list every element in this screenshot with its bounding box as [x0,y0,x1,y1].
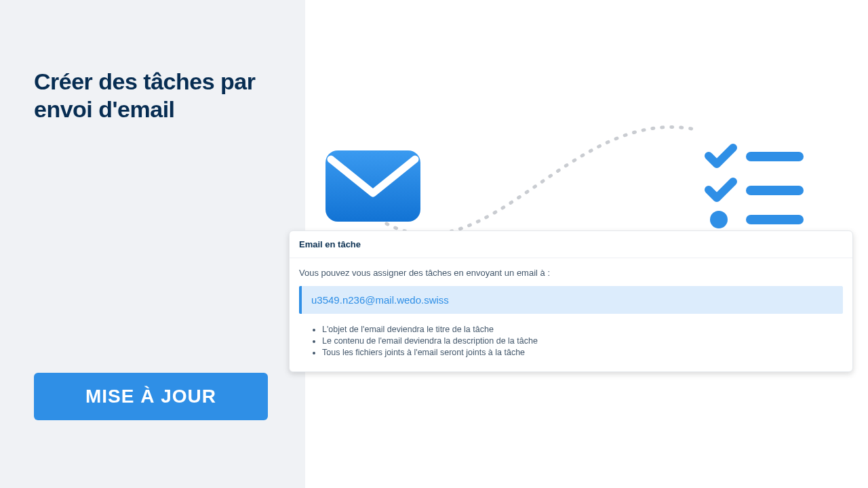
page-title: Créer des tâches par envoi d'email [34,68,271,123]
left-panel: Créer des tâches par envoi d'email MISE … [0,0,305,488]
card-bullet-list: L'objet de l'email deviendra le titre de… [299,325,843,357]
envelope-icon [326,150,420,222]
email-task-card: Email en tâche Vous pouvez vous assigner… [289,230,853,372]
svg-rect-1 [746,152,804,161]
card-description: Vous pouvez vous assigner des tâches en … [299,268,843,278]
svg-rect-2 [746,186,804,195]
svg-point-3 [710,211,728,228]
task-email-address[interactable]: u3549.n236@mail.wedo.swiss [299,286,843,314]
card-header: Email en tâche [290,231,852,258]
list-item: Le contenu de l'email deviendra la descr… [322,336,843,346]
checklist-icon [709,148,804,228]
list-item: L'objet de l'email deviendra le titre de… [322,325,843,334]
update-button[interactable]: MISE À JOUR [34,373,268,420]
svg-rect-4 [746,215,804,224]
right-panel: Email en tâche Vous pouvez vous assigner… [305,0,868,488]
list-item: Tous les fichiers joints à l'email seron… [322,348,843,357]
svg-rect-0 [326,150,420,222]
